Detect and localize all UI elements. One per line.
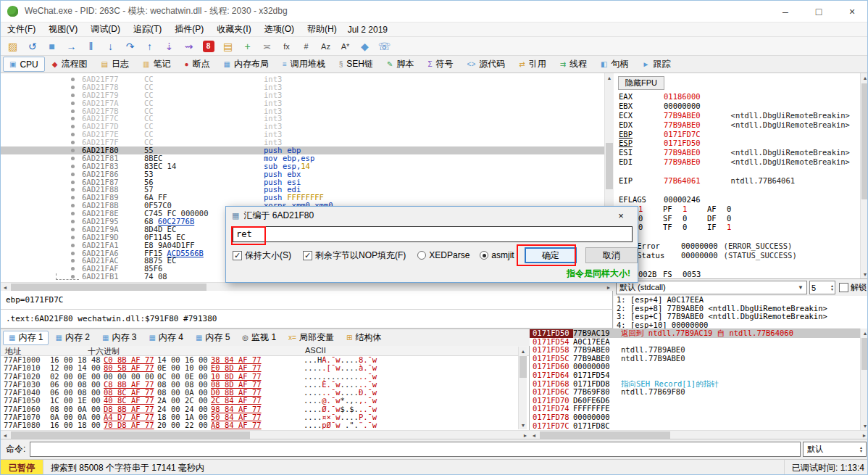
register-line[interactable]: ESP0171FD50 — [614, 139, 860, 148]
argument-row[interactable]: 1: [esp+4] A0C17EEA — [614, 296, 868, 305]
toolbar-red-8-icon[interactable]: 8 — [199, 38, 217, 54]
stack-row[interactable]: 0171FD7C0171FD8C — [530, 422, 868, 430]
scroll-thumb[interactable] — [519, 356, 527, 378]
disasm-horizontal-scrollbar[interactable]: ◄ ► — [1, 282, 613, 291]
register-line[interactable] — [614, 260, 860, 270]
memory-dump-panel[interactable]: 地址 十六进制 ASCII 77AF100016 00 18 48C0 8B A… — [1, 346, 530, 439]
scroll-thumb[interactable] — [861, 83, 868, 199]
dump-row[interactable]: 77AF101012 00 14 0080 5B AF 770E 00 10 0… — [1, 364, 529, 372]
unlock-checkbox[interactable] — [839, 283, 848, 292]
menu-options[interactable]: 选项(O) — [258, 22, 301, 36]
menu-plugins[interactable]: 插件(P) — [168, 22, 210, 36]
toolbar-strings-icon[interactable]: Az — [317, 38, 335, 54]
toolbar-compare-icon[interactable]: ≍ — [258, 38, 276, 54]
register-line[interactable]: EDX77B9ABE0<ntdll.DbgUiRemoteBreakin> — [614, 120, 860, 130]
scroll-up-icon[interactable]: ▲ — [861, 73, 868, 82]
toolbar-step-over-icon[interactable]: ↷ — [121, 38, 139, 54]
tab-trace[interactable]: ►跟踪 — [636, 57, 677, 72]
tab-memory-4[interactable]: ▦内存 4 — [143, 331, 188, 345]
scroll-down-icon[interactable]: ▼ — [861, 270, 868, 278]
calling-convention-select[interactable]: 默认 (stdcall) ▼ — [616, 281, 807, 294]
scroll-thumb[interactable] — [861, 338, 868, 370]
toolbar-trace-over-icon[interactable]: ⇝ — [180, 38, 198, 54]
dialog-titlebar[interactable]: ▦ 汇编于 6AD21F80 × — [226, 207, 638, 225]
toolbar-pause-icon[interactable]: ‖ — [82, 38, 100, 54]
menu-favourites[interactable]: 收藏夹(I) — [210, 22, 257, 36]
register-line[interactable]: ESI77B9ABE0<ntdll.DbgUiRemoteBreakin> — [614, 148, 860, 157]
stack-horizontal-scrollbar[interactable]: ◄ ► — [530, 430, 868, 439]
registers-panel[interactable]: 隐藏FPU EAX01186000EBX00000000ECX77B9ABE0<… — [614, 73, 860, 278]
stack-row[interactable]: 0171FD640171FD54 — [530, 371, 868, 380]
dump-row[interactable]: 77AF108016 00 18 0070 D8 AF 7720 00 22 0… — [1, 421, 529, 429]
tab-call-stack[interactable]: ≡调用堆栈 — [276, 57, 332, 72]
register-line[interactable]: CF0TF0IF1 — [614, 223, 860, 232]
scroll-up-icon[interactable]: ▲ — [519, 347, 527, 355]
command-input[interactable] — [30, 442, 801, 457]
scroll-down-icon[interactable]: ▼ — [519, 421, 527, 429]
toolbar-notes-icon[interactable]: ▤ — [219, 38, 237, 54]
tab-memory-2[interactable]: ▦内存 2 — [49, 331, 95, 345]
menu-trace[interactable]: 追踪(T) — [127, 22, 168, 36]
register-line[interactable]: EAX01186000 — [614, 92, 860, 102]
tab-symbols[interactable]: Σ符号 — [421, 57, 459, 72]
tab-memory-3[interactable]: ▦内存 3 — [96, 331, 142, 345]
keep-size-checkbox[interactable]: ✓ — [233, 251, 242, 260]
register-line[interactable]: EBP0171FD7C — [614, 130, 860, 139]
argument-count-spinner[interactable]: 5 ▴▾ — [809, 281, 835, 294]
nop-fill-label[interactable]: 剩余字节以NOP填充(F) — [315, 249, 406, 262]
register-line[interactable]: EFLAGS00000246 — [614, 195, 860, 205]
tab-memory-1[interactable]: ▦内存 1 — [3, 331, 49, 345]
xedparse-radio[interactable] — [417, 251, 426, 260]
register-line[interactable]: EBX00000000 — [614, 102, 860, 111]
tab-memory-5[interactable]: ▦内存 5 — [190, 331, 235, 345]
register-line[interactable]: ECX77B9ABE0<ntdll.DbgUiRemoteBreakin> — [614, 111, 860, 120]
nop-fill-checkbox[interactable]: ✓ — [303, 251, 312, 260]
tab-references[interactable]: ⇄引用 — [512, 57, 552, 72]
xedparse-label[interactable]: XEDParse — [429, 250, 470, 260]
tab-notes[interactable]: ▥笔记 — [136, 57, 177, 72]
stack-panel[interactable]: 0171FD5077B9AC19返回到 ntdll.77B9AC19 自 ntd… — [530, 329, 868, 430]
stack-row[interactable]: 0171FD7800000000 — [530, 413, 868, 422]
register-line[interactable]: ZF1PF1AF0 — [614, 205, 860, 214]
dump-vertical-scrollbar[interactable]: ▲ ▼ — [518, 347, 527, 429]
tab-locals[interactable]: x=局部变量 — [283, 331, 340, 345]
toolbar-step-into-icon[interactable]: ↓ — [101, 38, 120, 54]
tab-threads[interactable]: ⇉线程 — [554, 57, 593, 72]
menu-file[interactable]: 文件(F) — [1, 22, 42, 36]
scroll-thumb[interactable] — [11, 431, 250, 439]
dialog-close-icon[interactable]: × — [610, 210, 632, 221]
tab-cpu[interactable]: ▣CPU — [3, 57, 45, 72]
scroll-down-icon[interactable]: ▼ — [861, 421, 868, 430]
register-line[interactable]: OF0SF0DF0 — [614, 214, 860, 223]
register-line[interactable]: EIP77B64061ntdll.77B64061 — [614, 176, 860, 186]
tab-handles[interactable]: ◧句柄 — [594, 57, 635, 72]
toolbar-handles-icon[interactable]: ☏ — [375, 38, 393, 54]
registers-vertical-scrollbar[interactable]: ▲ ▼ — [860, 73, 868, 278]
stack-vertical-scrollbar[interactable]: ▲ ▼ — [860, 329, 868, 430]
toolbar-patches-icon[interactable]: # — [297, 38, 315, 54]
menu-debug[interactable]: 调试(D) — [84, 22, 127, 36]
menu-view[interactable]: 视图(V) — [42, 22, 84, 36]
menu-help[interactable]: 帮助(H) — [301, 22, 343, 36]
cancel-button[interactable]: 取消 — [585, 247, 638, 263]
toolbar-stop-icon[interactable]: ■ — [43, 38, 61, 54]
register-line[interactable] — [614, 167, 860, 176]
keep-size-label[interactable]: 保持大小(S) — [245, 249, 291, 262]
toolbar-execute-till-return-icon[interactable]: ↑ — [141, 38, 159, 54]
stack-row[interactable]: 0171FD6C77B69F80ntdll.77B69F80 — [530, 388, 868, 397]
argument-row[interactable]: 3: [esp+C] 77B9ABE0 <ntdll.DbgUiRemoteBr… — [614, 313, 868, 321]
maximize-button[interactable]: □ — [802, 1, 835, 22]
tab-source[interactable]: <>源代码 — [461, 57, 512, 72]
tab-log[interactable]: ▤日志 — [95, 57, 135, 72]
asmjit-radio[interactable] — [480, 251, 488, 260]
disasm-row[interactable]: 6AD21F7ACCint3 — [1, 99, 612, 107]
register-line[interactable]: LastStatus00000000(STATUS_SUCCESS) — [614, 251, 860, 260]
toolbar-open-file-icon[interactable]: ▨ — [4, 38, 22, 54]
register-line[interactable] — [614, 186, 860, 195]
scroll-thumb[interactable] — [606, 143, 613, 189]
close-button[interactable]: × — [835, 1, 868, 22]
scroll-up-icon[interactable]: ▲ — [861, 329, 868, 337]
toolbar-graph-icon[interactable]: ◆ — [356, 38, 374, 54]
toolbar-run-icon[interactable]: → — [62, 38, 80, 54]
scroll-thumb[interactable] — [11, 284, 206, 291]
